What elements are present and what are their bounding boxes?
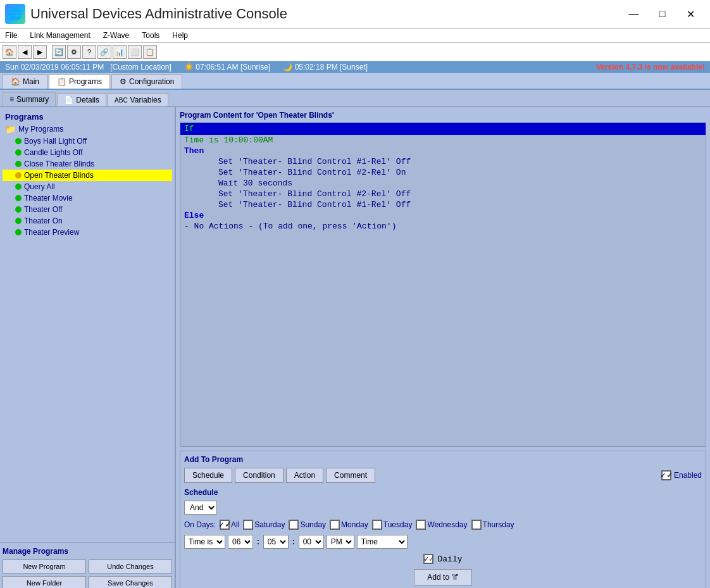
- add-buttons-row: Schedule Condition Action Comment ✓ Enab…: [184, 468, 702, 483]
- summary-icon: ≡: [9, 95, 14, 104]
- toolbar-btn-9[interactable]: ⬜: [128, 45, 142, 59]
- config-icon: ⚙: [120, 77, 127, 86]
- minimize-button[interactable]: —: [620, 4, 648, 23]
- details-icon: 📄: [64, 96, 73, 104]
- tuesday-checkbox[interactable]: [372, 520, 382, 530]
- sunset-display: 🌙 05:02:18 PM [Sunset]: [283, 63, 368, 72]
- minute-select[interactable]: 05: [263, 535, 289, 549]
- enabled-checkbox[interactable]: ✓: [661, 470, 671, 480]
- manage-programs-section: Manage Programs New Program Undo Changes…: [0, 542, 175, 588]
- wednesday-checkbox[interactable]: [416, 520, 426, 530]
- new-program-button[interactable]: New Program: [3, 560, 86, 573]
- program-content-area[interactable]: If Time is 10:00:00AM Then Set 'Theater-…: [180, 122, 706, 447]
- sub-tabs-bar: ≡ Summary 📄 Details ABC Variables: [0, 90, 710, 107]
- program-item-theater-off[interactable]: Theater Off: [3, 204, 172, 215]
- day-thursday[interactable]: Thursday: [471, 520, 514, 530]
- condition-button[interactable]: Condition: [235, 468, 283, 483]
- toolbar-btn-6[interactable]: ?: [82, 45, 96, 59]
- enabled-check-area[interactable]: ✓ Enabled: [661, 470, 702, 480]
- ampm-select[interactable]: PM AM: [327, 535, 354, 549]
- title-bar: 🌐 Universal Devices Administrative Conso…: [0, 0, 710, 28]
- program-item-close-theater[interactable]: Close Theater Blinds: [3, 158, 172, 170]
- program-item-open-theater[interactable]: Open Theater Blinds: [3, 170, 172, 181]
- toolbar-btn-2[interactable]: ◀: [18, 45, 32, 59]
- status-dot-green: [15, 161, 22, 167]
- menu-help[interactable]: Help: [170, 30, 190, 41]
- new-folder-button[interactable]: New Folder: [3, 576, 86, 588]
- add-to-program-title: Add To Program: [184, 455, 702, 464]
- schedule-button[interactable]: Schedule: [184, 468, 232, 483]
- program-item-theater-movie[interactable]: Theater Movie: [3, 192, 172, 204]
- program-item-candle-lights[interactable]: Candle Lights Off: [3, 147, 172, 158]
- on-days-label: On Days:: [184, 520, 216, 529]
- toolbar-btn-3[interactable]: ▶: [33, 45, 47, 59]
- toolbar-btn-5[interactable]: ⚙: [67, 45, 81, 59]
- time-colon-2: :: [291, 537, 296, 547]
- second-select[interactable]: 00: [299, 535, 324, 549]
- day-monday[interactable]: Monday: [330, 520, 368, 530]
- tab-variables[interactable]: ABC Variables: [108, 93, 168, 106]
- tab-details[interactable]: 📄 Details: [57, 93, 106, 106]
- program-content-title: Program Content for 'Open Theater Blinds…: [180, 111, 706, 120]
- close-button[interactable]: ✕: [676, 4, 705, 23]
- toolbar-btn-4[interactable]: 🔄: [52, 45, 66, 59]
- program-item-theater-preview[interactable]: Theater Preview: [3, 227, 172, 238]
- and-row: And Or: [184, 501, 702, 515]
- time-is-select[interactable]: Time is Before After: [184, 535, 225, 549]
- toolbar-btn-10[interactable]: 📋: [143, 45, 157, 59]
- main-content: Programs 📁 My Programs Boys Hall Light O…: [0, 107, 710, 588]
- tab-configuration[interactable]: ⚙ Configuration: [111, 74, 182, 89]
- program-item-query-all[interactable]: Query All: [3, 181, 172, 192]
- monday-checkbox[interactable]: [330, 520, 340, 530]
- sunday-checkbox[interactable]: [289, 520, 299, 530]
- day-sunday[interactable]: Sunday: [289, 520, 326, 530]
- daily-checkbox[interactable]: ✓: [423, 554, 433, 564]
- sunrise-display: ☀️ 07:06:51 AM [Sunrise]: [184, 63, 270, 72]
- undo-changes-button[interactable]: Undo Changes: [89, 560, 172, 573]
- then-line-4: Set 'Theater- Blind Control #2-Rel' Off: [180, 189, 706, 199]
- status-dot-green: [15, 195, 22, 201]
- program-item-theater-on[interactable]: Theater On: [3, 215, 172, 227]
- toolbar-btn-8[interactable]: 📊: [113, 45, 127, 59]
- status-dot-yellow: [15, 172, 22, 178]
- menu-zwave[interactable]: Z-Wave: [101, 30, 132, 41]
- toolbar-btn-7[interactable]: 🔗: [97, 45, 111, 59]
- day-saturday[interactable]: Saturday: [243, 520, 285, 530]
- saturday-checkbox[interactable]: [243, 520, 253, 530]
- time-type-select[interactable]: Time Sunrise Sunset: [357, 535, 408, 549]
- then-line-2: Set 'Theater- Blind Control #2-Rel' On: [180, 167, 706, 178]
- status-dot-green: [15, 206, 22, 213]
- add-to-program-section: Add To Program Schedule Condition Action…: [180, 451, 706, 588]
- menu-link-management[interactable]: Link Management: [27, 30, 92, 41]
- save-changes-button[interactable]: Save Changes: [89, 576, 172, 588]
- tab-summary[interactable]: ≡ Summary: [3, 92, 56, 106]
- day-all[interactable]: ✓ All: [220, 520, 239, 530]
- programs-tab-icon: 📋: [57, 77, 66, 86]
- if-selected-row[interactable]: If: [180, 123, 706, 135]
- variables-icon: ABC: [115, 97, 128, 104]
- programs-heading: Programs: [3, 109, 172, 123]
- day-tuesday[interactable]: Tuesday: [372, 520, 413, 530]
- action-button[interactable]: Action: [286, 468, 323, 483]
- comment-button[interactable]: Comment: [326, 468, 375, 483]
- status-dot-green: [15, 138, 22, 144]
- status-dot-green: [15, 229, 22, 235]
- thursday-checkbox[interactable]: [471, 520, 482, 530]
- add-to-if-button[interactable]: Add to 'If': [414, 569, 471, 585]
- then-line-1: Set 'Theater- Blind Control #1-Rel' Off: [180, 156, 706, 167]
- hour-select[interactable]: 06: [228, 535, 253, 549]
- maximize-button[interactable]: □: [648, 4, 676, 23]
- menu-tools[interactable]: Tools: [139, 30, 162, 41]
- daily-row: ✓ Daily: [184, 554, 702, 564]
- toolbar-btn-1[interactable]: 🏠: [3, 45, 16, 59]
- all-checkbox[interactable]: ✓: [220, 520, 230, 530]
- tab-main[interactable]: 🏠 Main: [3, 74, 47, 89]
- program-item-boys-hall[interactable]: Boys Hall Light Off: [3, 135, 172, 147]
- then-line-5: Set 'Theater- Blind Control #1-Rel' Off: [180, 199, 706, 210]
- and-select[interactable]: And Or: [184, 501, 217, 515]
- right-panel-inner: Program Content for 'Open Theater Blinds…: [180, 111, 706, 588]
- tab-programs[interactable]: 📋 Programs: [49, 74, 110, 89]
- day-wednesday[interactable]: Wednesday: [416, 520, 467, 530]
- else-line: Else: [180, 210, 706, 221]
- menu-file[interactable]: File: [3, 30, 20, 41]
